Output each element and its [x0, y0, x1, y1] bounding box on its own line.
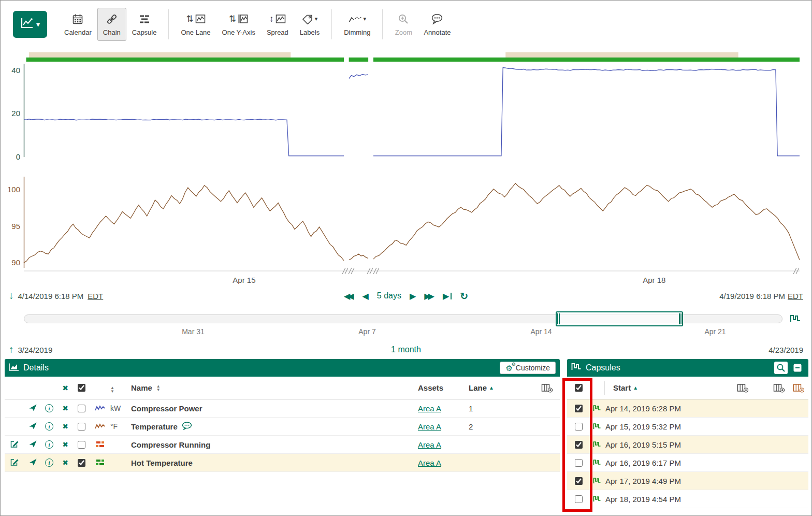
display-range-selector[interactable] — [556, 311, 683, 326]
one-y-axis-icon: ⇅ — [229, 13, 248, 25]
dimming-icon: ▾ — [349, 13, 367, 25]
row-select-checkbox[interactable] — [78, 405, 85, 412]
item-lane: 1 — [456, 404, 498, 413]
labels-button[interactable]: ▾ Labels — [294, 8, 325, 41]
item-type-icon — [90, 458, 110, 467]
worksheet-view-dropdown[interactable]: ▾ — [13, 11, 47, 38]
capsule-time-button[interactable]: Capsule — [126, 8, 163, 41]
one-lane-button[interactable]: ⇅ One Lane — [175, 8, 216, 41]
capsule-time-icon — [139, 13, 150, 25]
capsule-select-checkbox[interactable] — [575, 423, 583, 431]
capsule-select-checkbox[interactable] — [575, 459, 583, 467]
remove-icon[interactable]: ✖ — [62, 458, 68, 467]
add-column-icon[interactable] — [769, 383, 789, 393]
capsule-select-checkbox[interactable] — [575, 477, 583, 485]
sort-icon[interactable]: ▲▼ — [110, 386, 114, 393]
display-range-end[interactable]: 4/19/2019 6:18 PM — [719, 292, 785, 300]
zoom-to-capsules-button[interactable] — [774, 362, 788, 374]
rocket-icon[interactable] — [28, 422, 37, 432]
spread-button[interactable]: ↕ Spread — [261, 8, 294, 41]
timeline-capsule-icon[interactable] — [790, 313, 801, 326]
trend-chart[interactable]: Apr 15Apr 18402001009590 — [1, 48, 812, 284]
info-icon[interactable]: i — [45, 458, 53, 467]
add-column-icon[interactable] — [534, 383, 560, 393]
remove-all-icon[interactable]: ✖ — [62, 384, 68, 392]
capsule-type-icon — [590, 495, 604, 503]
step-back-icon[interactable]: ◀ — [363, 291, 369, 301]
display-duration[interactable]: 5 days — [377, 291, 401, 300]
start-column-header[interactable]: Start▲ — [604, 381, 731, 395]
rocket-icon[interactable] — [28, 458, 37, 468]
add-column-icon[interactable] — [731, 383, 755, 393]
capsule-row[interactable]: Apr 16, 2019 5:15 PM — [567, 436, 808, 454]
details-table-row[interactable]: i ✖ Compressor Running Area A — [5, 436, 560, 454]
row-select-checkbox[interactable] — [78, 441, 85, 449]
assets-column-header[interactable]: Assets — [418, 383, 456, 392]
details-table-row[interactable]: i ✖ kW Compressor Power Area A 1 — [5, 399, 560, 418]
info-icon[interactable]: i — [45, 440, 53, 449]
dimming-button[interactable]: ▾ Dimming — [338, 8, 376, 41]
comment-icon[interactable] — [182, 422, 192, 432]
pan-down-icon[interactable]: ↓ — [9, 290, 14, 302]
selector-right-handle[interactable] — [679, 313, 682, 324]
asset-link[interactable]: Area A — [418, 458, 441, 467]
step-forward-large-icon[interactable]: ▶▶ — [424, 291, 434, 301]
timeline-tick: Apr 7 — [358, 327, 375, 336]
chain-button[interactable]: Chain — [97, 8, 126, 41]
skip-to-now-icon[interactable]: ▶ — [443, 291, 452, 301]
lane-column-header[interactable]: Lane▲ — [456, 383, 498, 392]
capsule-row[interactable]: Apr 17, 2019 4:49 PM — [567, 472, 808, 490]
calendar-icon — [72, 13, 83, 25]
capsule-select-checkbox[interactable] — [575, 405, 583, 412]
investigate-range-end[interactable]: 4/23/2019 — [769, 346, 803, 354]
capsule-row[interactable]: Apr 14, 2019 6:28 PM — [567, 399, 808, 418]
asset-link[interactable]: Area A — [418, 404, 441, 413]
sort-icon[interactable]: ▲▼ — [156, 384, 161, 392]
capsule-start: Apr 16, 2019 6:17 PM — [604, 458, 808, 467]
investigate-range-start[interactable]: 3/24/2019 — [18, 346, 53, 354]
pan-up-icon[interactable]: ↑ — [9, 344, 14, 355]
step-forward-icon[interactable]: ▶ — [410, 291, 416, 301]
rocket-icon[interactable] — [28, 440, 37, 450]
timezone-link[interactable]: EDT — [788, 292, 803, 300]
one-y-axis-label: One Y-Axis — [222, 28, 255, 36]
remove-icon[interactable]: ✖ — [62, 404, 68, 412]
rocket-icon[interactable] — [28, 404, 37, 413]
investigate-duration[interactable]: 1 month — [391, 345, 421, 354]
step-back-large-icon[interactable]: ◀◀ — [344, 291, 354, 301]
capsule-select-checkbox[interactable] — [575, 441, 583, 449]
capsules-select-all-checkbox[interactable] — [575, 384, 583, 392]
collapse-panel-button[interactable] — [791, 362, 804, 374]
timeline-tick: Mar 31 — [182, 327, 205, 336]
capsule-row[interactable]: Apr 16, 2019 6:17 PM — [567, 454, 808, 472]
edit-icon[interactable] — [10, 440, 19, 450]
row-select-checkbox[interactable] — [78, 459, 85, 467]
one-y-axis-button[interactable]: ⇅ One Y-Axis — [216, 8, 261, 41]
details-table-row[interactable]: i ✖ °F Temperature Area A 2 — [5, 418, 560, 436]
info-icon[interactable]: i — [45, 422, 53, 431]
name-column-header[interactable]: Name — [131, 383, 152, 392]
remove-icon[interactable]: ✖ — [62, 422, 68, 431]
timezone-link[interactable]: EDT — [88, 292, 103, 300]
capsule-row[interactable]: Apr 15, 2019 5:32 PM — [567, 418, 808, 436]
remove-icon[interactable]: ✖ — [62, 440, 68, 449]
annotate-button[interactable]: Annotate — [418, 8, 456, 41]
annotate-label: Annotate — [424, 28, 451, 36]
capsule-select-checkbox[interactable] — [575, 495, 583, 503]
trend-view-icon — [20, 17, 34, 32]
info-icon[interactable]: i — [45, 404, 53, 412]
add-column-icon[interactable] — [789, 383, 808, 393]
details-table-row[interactable]: i ✖ Hot Temperature Area A — [5, 454, 560, 472]
display-range-start[interactable]: 4/14/2019 6:18 PM — [18, 292, 84, 300]
calendar-button[interactable]: Calendar — [59, 8, 97, 41]
refresh-icon[interactable]: ↻ — [460, 290, 468, 302]
row-select-checkbox[interactable] — [78, 423, 85, 431]
customize-button[interactable]: ⚙⚙ Customize — [500, 362, 556, 374]
capsule-row[interactable]: Apr 18, 2019 4:54 PM — [567, 490, 808, 508]
investigate-range-bar: ↑ 3/24/2019 1 month 4/23/2019 — [1, 342, 811, 357]
details-select-all-checkbox[interactable] — [78, 384, 85, 392]
asset-link[interactable]: Area A — [418, 440, 441, 449]
selector-left-handle[interactable] — [557, 313, 560, 324]
edit-icon[interactable] — [10, 458, 19, 468]
asset-link[interactable]: Area A — [418, 422, 441, 431]
